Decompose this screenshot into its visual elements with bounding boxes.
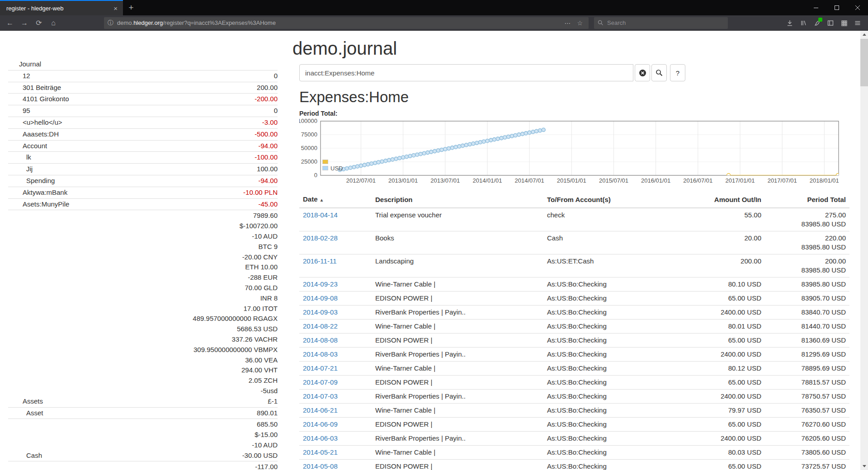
sidebar-account-link[interactable]: Asset <box>8 408 43 418</box>
transaction-date-link[interactable]: 2014-08-08 <box>303 336 338 344</box>
transaction-date-link[interactable]: 2014-07-09 <box>303 378 338 386</box>
transaction-date-link[interactable]: 2014-05-08 <box>303 462 338 470</box>
transaction-date-link[interactable]: 2014-06-03 <box>303 434 338 442</box>
register-row: 2018-02-28BooksCash20.00220.0083985.80 U… <box>299 231 849 254</box>
url-bar[interactable]: ⓘ demo.hledger.org/register?q=inacct%3AE… <box>104 17 589 29</box>
transaction-description: Wine-Tarner Cable | <box>372 446 543 460</box>
window-maximize-button[interactable] <box>826 0 847 15</box>
transaction-date-link[interactable]: 2014-09-23 <box>303 280 338 288</box>
transaction-date-link[interactable]: 2014-07-03 <box>303 392 338 400</box>
period-total-cell: 81360.69 USD <box>765 334 849 348</box>
balance-amount: -94.00 <box>258 176 278 186</box>
transaction-date-link[interactable]: 2014-09-03 <box>303 308 338 316</box>
tab-close-icon[interactable]: × <box>112 5 119 12</box>
menu-hamburger-icon[interactable] <box>851 17 864 29</box>
svg-text:2013/07/01: 2013/07/01 <box>430 177 460 184</box>
downloads-icon[interactable] <box>783 17 797 29</box>
sidebar-account-link[interactable]: Account <box>8 141 47 151</box>
sidebar-account-link[interactable]: 301 Beiträge <box>8 83 61 93</box>
balance-amount: -500.00 <box>255 129 278 140</box>
sidebar-account-link[interactable]: 4101 Girokonto <box>8 94 69 104</box>
period-total-cell: 83985.80 USD <box>765 277 849 291</box>
page-actions-icon[interactable]: ⋯ <box>561 19 574 27</box>
sidebar-account-row: 4101 Girokonto-200.00 <box>8 94 278 105</box>
site-info-icon[interactable]: ⓘ <box>108 19 113 27</box>
transaction-account: As:US:Bo:Checking <box>543 320 679 334</box>
home-button[interactable]: ⌂ <box>46 17 61 29</box>
sidebar-account-link[interactable]: Cash <box>8 451 42 461</box>
page-scrollbar[interactable] <box>860 31 868 470</box>
sidebar-account-link[interactable]: Assets <box>8 396 43 407</box>
help-button[interactable]: ? <box>670 64 685 81</box>
scrollbar-thumb[interactable] <box>860 39 868 86</box>
period-total-line: 78815.57 USD <box>769 378 846 387</box>
scroll-down-arrow[interactable] <box>860 462 868 470</box>
scroll-up-arrow[interactable] <box>860 31 868 38</box>
journal-link[interactable]: Journal <box>8 59 41 70</box>
extension-quill-icon[interactable] <box>810 17 824 29</box>
transaction-description: EDISON POWER | <box>372 291 543 306</box>
transaction-date-link[interactable]: 2014-08-22 <box>303 322 338 330</box>
sidebar-account-link[interactable]: Asets:MunyPile <box>8 199 69 210</box>
balance-amount: INR 8 <box>193 293 278 304</box>
svg-text:2016/01/01: 2016/01/01 <box>641 177 670 184</box>
transaction-date-link[interactable]: 2014-05-21 <box>303 448 338 456</box>
account-balance: -3.00 <box>262 118 278 128</box>
sidebar-account-row: 301 Beiträge200.00 <box>8 82 278 94</box>
transaction-description: Landscaping <box>372 254 543 277</box>
sidebar-account-row: <u>hello</u>-3.00 <box>8 117 278 129</box>
balance-amount: -5usd <box>193 386 278 396</box>
sidebar-account-link[interactable]: 95 <box>8 106 30 116</box>
account-balance: 7989.60$-100720.00-10 AUDBTC 9-20.00 CNY… <box>193 211 278 406</box>
page-content: Journal 120301 Beiträge200.004101 Giroko… <box>0 31 860 470</box>
transaction-date-link[interactable]: 2014-07-21 <box>303 364 338 372</box>
transaction-description: Wine-Tarner Cable | <box>372 320 543 334</box>
sidebar-account-link[interactable]: Jij <box>8 164 33 174</box>
transaction-description: RiverBank Properties | Payin.. <box>372 348 543 362</box>
period-total-line: 220.00 <box>769 234 846 243</box>
period-total-cell: 78750.57 USD <box>765 390 849 404</box>
transaction-date-cell: 2018-04-14 <box>299 208 372 231</box>
sidebar-account-link[interactable]: 12 <box>8 71 30 81</box>
new-tab-button[interactable]: + <box>123 0 139 15</box>
transaction-date-link[interactable]: 2014-06-21 <box>303 406 338 414</box>
sidebar-account-link[interactable]: <u>hello</u> <box>8 118 62 128</box>
transaction-date-link[interactable]: 2014-09-08 <box>303 294 338 302</box>
transaction-date-link[interactable]: 2018-04-14 <box>303 211 338 219</box>
chart-label: Period Total: <box>299 110 860 117</box>
account-balance: 685.50$-15.00-10 AUD-30.00 USD <box>242 419 278 461</box>
query-input[interactable] <box>299 64 633 81</box>
sidebar-account-link[interactable]: Aktywa:mBank <box>8 188 67 198</box>
transaction-description: EDISON POWER | <box>372 418 543 432</box>
sidebar-account-link[interactable]: Aaasets:DH <box>8 129 59 140</box>
bookmark-star-icon[interactable]: ☆ <box>574 19 586 27</box>
browser-tab[interactable]: register - hledger-web × <box>0 0 123 15</box>
forward-button[interactable]: → <box>17 17 32 29</box>
sidebars-icon[interactable] <box>824 17 837 29</box>
sidebar-journal-row[interactable]: Journal <box>8 59 278 70</box>
balance-amount: 100.00 <box>257 164 278 174</box>
transaction-date-link[interactable]: 2016-11-11 <box>303 257 337 265</box>
reload-button[interactable]: ⟳ <box>32 17 46 29</box>
column-header-date[interactable]: Date▲ <box>299 193 372 208</box>
register-row: 2014-08-22Wine-Tarner Cable |As:US:Bo:Ch… <box>299 320 849 334</box>
sidebar-account-link[interactable]: Spending <box>8 176 55 186</box>
clear-query-button[interactable] <box>635 64 650 81</box>
period-total-line: 83985.80 USD <box>769 266 846 275</box>
svg-text:2016/07/01: 2016/07/01 <box>683 177 712 184</box>
transaction-amount: 2400.00 USD <box>679 348 765 362</box>
transaction-description: EDISON POWER | <box>372 460 543 470</box>
transaction-date-link[interactable]: 2014-06-09 <box>303 420 338 428</box>
transaction-date-link[interactable]: 2014-08-03 <box>303 350 338 358</box>
browser-search-field[interactable]: Search <box>594 17 728 29</box>
window-minimize-button[interactable] <box>806 0 826 15</box>
transaction-date-link[interactable]: 2018-02-28 <box>303 234 338 242</box>
library-icon[interactable] <box>797 17 810 29</box>
back-button[interactable]: ← <box>3 17 17 29</box>
window-close-button[interactable] <box>847 0 868 15</box>
apps-grid-icon[interactable] <box>837 17 851 29</box>
column-header-amount-out-in: Amount Out/In <box>679 193 765 208</box>
transaction-amount: 80.03 USD <box>679 446 765 460</box>
sidebar-account-link[interactable]: lk <box>8 152 31 163</box>
search-button[interactable] <box>651 64 667 81</box>
